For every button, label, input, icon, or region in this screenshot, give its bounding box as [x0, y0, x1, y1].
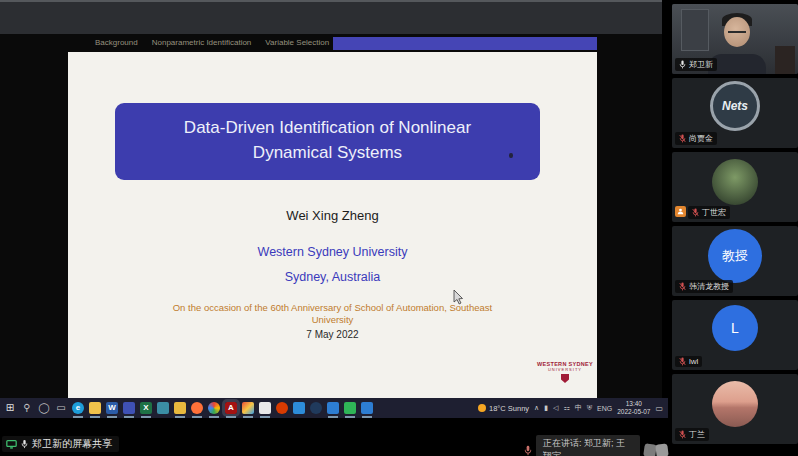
shared-screen-area: Background Nonparametric Identification …	[0, 0, 668, 456]
ime-icon[interactable]: 中	[575, 403, 582, 413]
network-icon[interactable]: ⚏	[563, 404, 569, 412]
weather-widget[interactable]: 18°C Sunny	[478, 404, 529, 413]
weather-sun-icon	[478, 404, 486, 412]
participant-tile[interactable]: 丁兰	[672, 374, 798, 444]
whiteboard-icon[interactable]	[344, 402, 356, 414]
mouse-cursor-icon	[453, 290, 464, 305]
participant-label: lwl	[675, 356, 702, 367]
avatar-letter: L	[712, 305, 758, 351]
participant-tile[interactable]: Nets 尚贾金	[672, 78, 798, 148]
participant-name: 郑卫新	[689, 59, 713, 70]
cortana-icon[interactable]: ◯	[38, 402, 50, 414]
menu-item-nonparametric[interactable]: Nonparametric Identification	[152, 38, 252, 47]
avatar-nets: Nets	[710, 81, 760, 131]
clock-date: 2022-05-07	[617, 408, 650, 416]
participant-name: 韩清龙教授	[689, 281, 729, 292]
occasion-line2: University	[68, 314, 597, 326]
slide-date: 7 May 2022	[68, 329, 597, 340]
menu-item-background[interactable]: Background	[95, 38, 138, 47]
presentation-viewport: Background Nonparametric Identification …	[0, 34, 662, 398]
weather-label: 18°C Sunny	[489, 404, 529, 413]
language-icon[interactable]: ENG	[597, 405, 612, 412]
word-icon[interactable]: W	[106, 402, 118, 414]
participants-panel: 郑卫新 Nets 尚贾金	[672, 4, 798, 444]
hidden-icons-chevron[interactable]: ∧	[534, 404, 539, 412]
task-view-icon[interactable]: ▭	[55, 402, 67, 414]
mic-muted-icon	[692, 208, 699, 217]
edge-icon[interactable]: e	[72, 402, 84, 414]
screen-share-banner: 郑卫新的屏幕共享	[2, 436, 119, 452]
app-blue2-icon[interactable]	[361, 402, 373, 414]
laser-pointer-dot	[509, 153, 513, 158]
start-button[interactable]: ⊞	[4, 402, 16, 414]
slide-affiliation-2: Sydney, Australia	[68, 270, 597, 284]
participant-tile[interactable]: L lwl	[672, 300, 798, 370]
participant-tile-video[interactable]: 郑卫新	[672, 4, 798, 74]
speaker-avatar-2	[656, 443, 669, 456]
mic-on-icon	[679, 60, 686, 69]
slide-nav-menu: Background Nonparametric Identification …	[95, 38, 349, 47]
speaking-indicator: 正在讲话: 郑卫新; 王翔宇	[524, 435, 668, 456]
participant-name: 丁兰	[689, 429, 705, 440]
participant-tile[interactable]: 丁世宏	[672, 152, 798, 222]
chair	[775, 46, 795, 74]
taskbar-clock[interactable]: 13:40 2022-05-07	[617, 400, 650, 416]
notepad-icon[interactable]	[259, 402, 271, 414]
participant-name: lwl	[689, 357, 698, 366]
defender-icon[interactable]: ⛨	[587, 404, 592, 412]
co-host-badge-icon	[675, 206, 686, 217]
slide-author: Wei Xing Zheng	[68, 208, 597, 223]
mic-muted-icon	[679, 134, 686, 143]
university-shield-icon	[561, 374, 569, 383]
slide-occasion-text: On the occasion of the 60th Anniversary …	[68, 302, 597, 327]
windows-taskbar: ⊞⚲◯▭eWXA 18°C Sunny ∧▮◁⚏中⛨ENG 13:40 2022…	[0, 398, 668, 418]
mic-muted-icon	[679, 430, 686, 439]
clock-time: 13:40	[617, 400, 650, 408]
chrome-icon[interactable]	[208, 402, 220, 414]
taskbar-app-icons: ⊞⚲◯▭eWXA	[4, 398, 373, 418]
mic-muted-icon	[679, 282, 686, 291]
mic-muted-icon	[679, 357, 686, 366]
microphone-icon	[21, 439, 28, 449]
monitor-icon	[6, 440, 17, 449]
app-navy-icon[interactable]	[310, 402, 322, 414]
avatar-text: 教授	[708, 229, 762, 283]
acrobat-icon[interactable]: A	[225, 402, 237, 414]
share-banner-text: 郑卫新的屏幕共享	[32, 437, 112, 451]
app-lightblue-icon[interactable]	[293, 402, 305, 414]
slide-title-line1: Data-Driven Identification of Nonlinear	[115, 116, 540, 141]
occasion-line1: On the occasion of the 60th Anniversary …	[68, 302, 597, 314]
search-icon[interactable]: ⚲	[21, 402, 33, 414]
participant-name: 尚贾金	[689, 133, 713, 144]
office-icon[interactable]	[276, 402, 288, 414]
slide-title-line2: Dynamical Systems	[115, 141, 540, 166]
app-teal-icon[interactable]	[157, 402, 169, 414]
participant-name: 丁世宏	[702, 207, 726, 218]
system-tray-icons: ∧▮◁⚏中⛨ENG	[534, 403, 612, 413]
slide-nav-highlight-bar	[333, 37, 597, 50]
slide-title-box: Data-Driven Identification of Nonlinear …	[115, 103, 540, 180]
wall-art	[681, 9, 709, 51]
app-blue-icon[interactable]	[327, 402, 339, 414]
system-tray: 18°C Sunny ∧▮◁⚏中⛨ENG 13:40 2022-05-07 ▭	[478, 398, 663, 418]
participant-label: 韩清龙教授	[675, 280, 733, 293]
battery-icon[interactable]: ▮	[544, 404, 548, 412]
firefox-icon[interactable]	[191, 402, 203, 414]
excel-icon[interactable]: X	[140, 402, 152, 414]
volume-icon[interactable]: ◁	[553, 404, 558, 412]
university-logo-line2: UNIVERSITY	[530, 367, 600, 372]
speaking-banner-text: 正在讲话: 郑卫新; 王翔宇	[536, 435, 640, 456]
file-explorer-icon[interactable]	[89, 402, 101, 414]
app-indigo-icon[interactable]	[123, 402, 135, 414]
participant-tile[interactable]: 教授 韩清龙教授	[672, 226, 798, 296]
menu-item-variable-selection[interactable]: Variable Selection	[265, 38, 329, 47]
participant-label: 尚贾金	[675, 132, 717, 145]
slide-affiliation-1: Western Sydney University	[68, 245, 597, 259]
action-center-icon[interactable]: ▭	[655, 404, 663, 413]
speaking-mic-icon	[524, 445, 532, 456]
photos-icon[interactable]	[242, 402, 254, 414]
folder-icon[interactable]	[174, 402, 186, 414]
university-logo: WESTERN SYDNEY UNIVERSITY	[530, 361, 600, 383]
participant-label: 郑卫新	[675, 58, 717, 71]
person-glasses	[728, 28, 746, 33]
